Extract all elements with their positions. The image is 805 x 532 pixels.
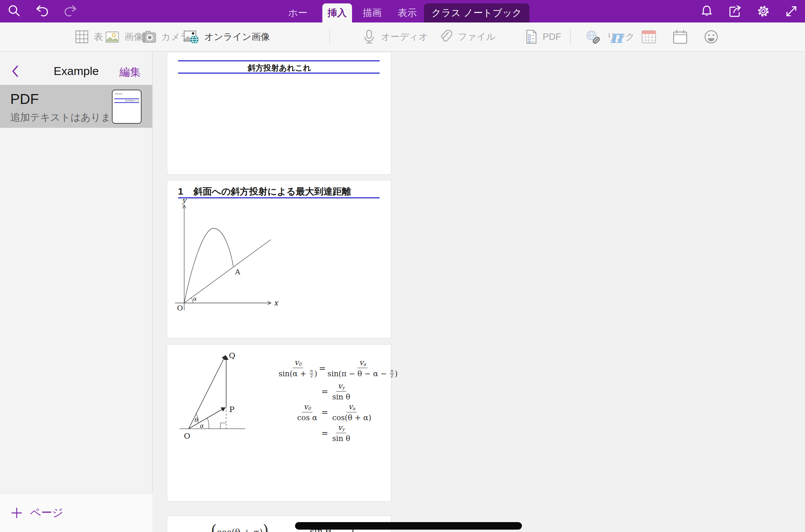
insert-camera-button[interactable]: カメラ: [141, 22, 190, 51]
undo-icon[interactable]: [35, 4, 50, 19]
insert-spreadsheet-button[interactable]: [641, 22, 657, 51]
insert-emoji-button[interactable]: [703, 22, 719, 51]
redo-icon[interactable]: [63, 4, 78, 19]
insert-ribbon: 表 画像 カメラ オンライン画像: [0, 22, 805, 51]
note-block-vectors[interactable]: O Q P θ α v0 sin(α + π2) = va sin(π: [167, 344, 391, 502]
add-page-label: ページ: [30, 505, 63, 520]
table-icon: [74, 29, 89, 44]
insert-audio-button[interactable]: オーディオ: [362, 22, 428, 51]
insert-table-label: 表: [94, 31, 103, 43]
note-block-graph[interactable]: 1斜面への斜方投射による最大到達距離 y x O A α: [167, 180, 391, 338]
section-heading-text: 斜面への斜方投射による最大到達距離: [193, 186, 351, 197]
top-app-bar: ホーム 挿入 描画 表示 クラス ノートブック: [0, 0, 805, 22]
share-icon[interactable]: [728, 4, 743, 19]
page-list-panel: Example 編集 PDF 追加テキストはありま… 斜方投射あれこれ ページ: [0, 51, 152, 532]
triangle-q-label: Q: [229, 351, 235, 360]
equation-row: v0 cos α = va cos(θ + α): [281, 402, 393, 422]
insert-table-button[interactable]: 表: [74, 22, 103, 51]
thumbnail-date-hint: [115, 93, 122, 94]
ribbon-divider: [570, 29, 571, 45]
section-number: 1: [178, 186, 183, 197]
fullscreen-icon[interactable]: [784, 4, 799, 19]
insert-online-image-label: オンライン画像: [204, 31, 270, 43]
spreadsheet-icon: [641, 29, 657, 44]
online-image-icon: [183, 29, 200, 45]
equation-row: = vy sin θ: [281, 423, 393, 443]
emoji-icon: [703, 29, 719, 45]
equation-row: = vy sin θ: [281, 382, 393, 401]
insert-audio-label: オーディオ: [381, 31, 428, 43]
graph-origin-label: O: [177, 304, 183, 312]
edit-button[interactable]: 編集: [119, 65, 141, 79]
title-rule-top: [178, 60, 380, 61]
insert-equation-button[interactable]: π: [610, 22, 623, 51]
insert-pdf-label: PDF: [543, 32, 561, 42]
tab-view[interactable]: 表示: [394, 3, 420, 22]
triangle-origin-label: O: [184, 431, 190, 440]
settings-icon[interactable]: [756, 4, 771, 19]
page-thumbnail: 斜方投射あれこれ: [112, 90, 142, 124]
triangle-alpha-label: α: [200, 422, 204, 429]
thumbnail-title: 斜方投射あれこれ: [114, 100, 139, 102]
search-icon[interactable]: [7, 4, 22, 19]
note-canvas[interactable]: 斜方投射あれこれ 1斜面への斜方投射による最大到達距離 y x O A α: [152, 51, 805, 532]
tab-insert[interactable]: 挿入: [322, 3, 352, 22]
insert-pdf-button[interactable]: PDF: [525, 22, 561, 51]
insert-file-label: ファイル: [458, 31, 496, 43]
home-indicator-bar[interactable]: [295, 522, 522, 530]
thumbnail-rule: [114, 98, 139, 99]
page-title: PDF: [10, 91, 39, 107]
file-icon: [438, 29, 453, 45]
page-list-item-selected[interactable]: PDF 追加テキストはありま… 斜方投射あれこれ: [0, 85, 152, 128]
calendar-icon: [672, 29, 688, 45]
graph-x-label: x: [274, 299, 279, 307]
tab-class-notebook[interactable]: クラス ノートブック: [424, 3, 529, 22]
projectile-graph: y x O A α: [171, 198, 314, 321]
pdf-icon: [525, 29, 538, 45]
velocity-triangle-figure: O Q P θ α: [174, 348, 287, 447]
thumbnail-rule: [114, 102, 139, 103]
tab-home[interactable]: ホーム: [284, 3, 312, 22]
insert-file-button[interactable]: ファイル: [438, 22, 496, 51]
image-icon: [104, 29, 120, 44]
tab-draw[interactable]: 描画: [359, 3, 385, 22]
note-block-title[interactable]: 斜方投射あれこれ: [167, 52, 391, 175]
insert-meeting-details-button[interactable]: [672, 22, 688, 51]
insert-image-button[interactable]: 画像: [104, 22, 143, 51]
audio-icon: [362, 29, 377, 45]
section-heading: 1斜面への斜方投射による最大到達距離: [178, 185, 351, 198]
ribbon-divider: [330, 29, 330, 45]
insert-image-label: 画像: [125, 31, 143, 43]
partial-equation-left: ( cos(θ + α) ): [211, 524, 269, 532]
insert-online-image-button[interactable]: オンライン画像: [183, 22, 270, 51]
camera-icon: [141, 29, 157, 44]
add-page-button[interactable]: ページ: [0, 493, 152, 532]
graph-point-a-label: A: [235, 268, 240, 276]
triangle-theta-label: θ: [194, 416, 198, 423]
equation-icon: π: [610, 29, 623, 44]
equation-row: v0 sin(α + π2) = va sin(π − θ − α − π2): [281, 358, 393, 378]
graph-alpha-label: α: [193, 295, 197, 302]
equation-block: v0 sin(α + π2) = va sin(π − θ − α − π2) …: [281, 358, 393, 443]
link-icon: [585, 29, 602, 45]
document-title: 斜方投射あれこれ: [167, 63, 392, 73]
notifications-icon[interactable]: [699, 4, 714, 19]
page-subtitle: 追加テキストはありま…: [10, 111, 121, 124]
graph-y-label: y: [182, 198, 187, 204]
plus-icon: [11, 507, 23, 519]
triangle-p-label: P: [229, 405, 234, 414]
title-rule-bottom: [178, 73, 380, 74]
